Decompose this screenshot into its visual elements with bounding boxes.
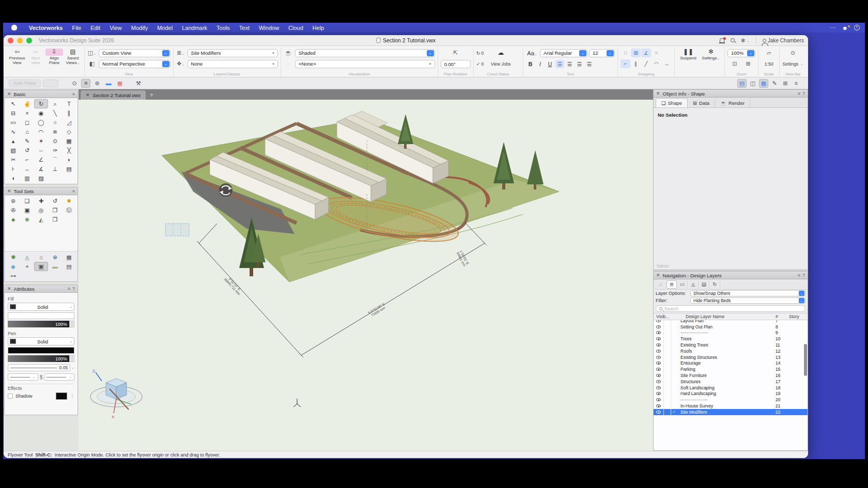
fit-objects-icon[interactable]: ⊞ — [743, 60, 753, 67]
layer-link-icon[interactable]: ∴ — [656, 280, 666, 289]
flyover-interactive-origin-mode[interactable]: ✳ — [81, 79, 90, 88]
layer-row-22[interactable]: ✓Site Modifiers22 — [654, 409, 808, 415]
tab-render[interactable]: ☕Render — [715, 98, 750, 107]
layer-row-17[interactable]: Structures17 — [654, 379, 808, 385]
bold-button[interactable]: B — [526, 60, 535, 68]
italic-button[interactable]: I — [536, 60, 545, 68]
camera-tool[interactable]: ◎ — [34, 206, 48, 215]
visibility-eye-icon[interactable] — [656, 380, 661, 383]
sheet-layers-tab-icon[interactable]: ▭ — [677, 280, 688, 289]
survey-toolset[interactable]: ⌖ — [20, 262, 34, 271]
chevron-down-icon[interactable]: ▾ — [427, 61, 434, 67]
spiral-tool[interactable]: ◉ — [34, 108, 48, 118]
visibility-eye-icon[interactable] — [656, 325, 661, 328]
data-bar-options-button[interactable]: ⊞ — [781, 79, 790, 88]
menu-tools[interactable]: Tools — [212, 25, 235, 31]
shadow-menu-icon[interactable]: ⋮ — [70, 394, 74, 399]
align-right-button[interactable]: ☰ — [575, 60, 584, 68]
trim-tool[interactable]: ✂ — [6, 155, 20, 164]
surface-tool[interactable]: ≋ — [48, 127, 62, 136]
layers-icon[interactable]: ≣⌄ — [176, 50, 185, 56]
chevron-down-icon[interactable]: ⌄ — [162, 61, 169, 67]
rotate-tool[interactable]: ↺ — [20, 146, 34, 155]
opacity-menu-icon[interactable]: ⋮ — [69, 355, 74, 362]
chevron-down-icon[interactable]: ⌄ — [427, 50, 434, 56]
underline-button[interactable]: U — [546, 60, 554, 68]
protractor-tool[interactable]: ◖ — [6, 174, 20, 183]
menu-landmark[interactable]: Landmark — [177, 25, 212, 31]
previous-view-button[interactable]: ⇦Previous View — [8, 48, 26, 65]
marquee-tool[interactable]: ▦ — [62, 136, 76, 146]
regular-polygon-tool[interactable]: ◇ — [62, 127, 76, 136]
new-tab-button[interactable]: + — [150, 91, 153, 100]
polygon-tool[interactable]: ⌂ — [20, 127, 34, 136]
circle-tool[interactable]: ◯ — [34, 118, 48, 127]
layer-row-7[interactable]: Layout Plan7 — [654, 320, 808, 324]
layer-table-header[interactable]: Visib... Design Layer Name # Story — [654, 313, 808, 320]
render-bitmap-tool[interactable]: ✇ — [6, 206, 20, 215]
scrollbar-thumb[interactable] — [804, 344, 807, 376]
view-jobs-button[interactable]: ☁ — [489, 49, 513, 57]
angle-dimension-tool[interactable]: ∡ — [34, 164, 48, 174]
pen-color-bar[interactable] — [8, 347, 74, 354]
snap-arc-button[interactable]: ◠ — [652, 59, 661, 68]
menu-edit[interactable]: Edit — [86, 25, 105, 31]
unified-view-button[interactable]: ▤ — [737, 79, 747, 88]
layer-options-dropdown[interactable]: Show/Snap Others⌄ — [690, 290, 805, 297]
menu-help[interactable]: Help — [308, 25, 329, 31]
snap-tangent-button[interactable]: ╱ — [641, 59, 651, 68]
push-pull-tool[interactable]: ❏ — [20, 196, 34, 206]
snap-distance-button[interactable]: ∥ — [631, 59, 641, 68]
connect-tool[interactable]: ⊦ — [6, 164, 20, 174]
visibility-eye-icon[interactable] — [656, 337, 661, 340]
layer-row-15[interactable]: Parking15 — [654, 366, 808, 372]
tool-preferences-icon[interactable]: ⚒ — [134, 79, 143, 88]
close-icon[interactable]: ✕ — [7, 286, 11, 291]
view-bar-settings-icon[interactable]: ⊙ — [788, 50, 798, 56]
mirror-tool[interactable]: ⇔ — [34, 146, 48, 155]
visibility-eye-icon[interactable] — [656, 356, 661, 359]
suspend-snapping-button[interactable]: ❚❚Suspend — [677, 48, 699, 60]
layer-row-8[interactable]: Setting Out Plan8 — [654, 324, 808, 330]
palette-menu-icon[interactable]: ≡ — [68, 286, 70, 291]
dimension-tool[interactable]: ↔ — [20, 164, 34, 174]
close-button[interactable] — [8, 38, 13, 43]
layer-row-13[interactable]: Existing Structures13 — [654, 354, 808, 360]
line-tool[interactable]: ╲ — [48, 108, 62, 118]
fill-opacity-bar[interactable]: 100%⋮ — [8, 321, 74, 327]
double-line-tool[interactable]: ∥ — [62, 108, 76, 118]
visibility-eye-icon[interactable] — [656, 392, 661, 395]
flyover-grid-mode[interactable]: ▦ — [115, 79, 125, 88]
tab-data[interactable]: ⊟Data — [688, 98, 715, 107]
polyline-tool[interactable]: ◠ — [34, 127, 48, 136]
freehand-tool[interactable]: ∿ — [6, 127, 20, 136]
minimize-button[interactable] — [17, 38, 23, 43]
zoom-dropdown[interactable]: 100%⌄ — [727, 49, 755, 57]
chevron-down-icon[interactable]: ⌄ — [162, 50, 169, 56]
line-style-dropdown-2[interactable]: ⌄ — [44, 373, 74, 381]
pen-style-dropdown[interactable]: Solid ⌄ — [8, 337, 74, 345]
custom-view-dropdown[interactable]: Custom View⌄ — [99, 49, 171, 57]
view-mode-icon[interactable]: ◫⌄ — [87, 50, 97, 56]
visibility-eye-icon[interactable] — [656, 331, 661, 334]
fill-color-bar[interactable] — [8, 312, 74, 319]
projection-dropdown[interactable]: Normal Perspective⌄ — [99, 60, 171, 68]
fill-style-dropdown[interactable]: Solid ⌄ — [8, 303, 74, 311]
menu-file[interactable]: File — [67, 25, 86, 31]
snap-grid-button[interactable]: ∷ — [621, 49, 630, 57]
text-tool[interactable]: T — [62, 99, 76, 108]
unreal-tool[interactable]: Ⓤ — [62, 206, 76, 215]
projection-icon[interactable]: ◧ — [87, 60, 97, 67]
shell-tool[interactable]: ◗ — [62, 155, 76, 164]
rounded-rectangle-tool[interactable]: ◻ — [20, 118, 34, 127]
eyedropper-tool[interactable]: ✎ — [20, 136, 34, 146]
saved-views-button[interactable]: ▤Saved Views⌄ — [64, 48, 82, 65]
justify-button[interactable]: ☰ — [585, 60, 594, 68]
zoom-button[interactable] — [26, 38, 32, 43]
tool-sets-palette-header[interactable]: ✕ Tool Sets ≡ — [5, 187, 78, 195]
flyover-object-center-mode[interactable]: ⊙ — [70, 79, 79, 88]
reshape-tool[interactable]: ▧ — [6, 146, 20, 155]
line-style-link-icon[interactable]: § — [39, 374, 43, 380]
visibility-eye-icon[interactable] — [656, 361, 661, 365]
user-account[interactable]: Jake Chambers — [763, 38, 804, 43]
